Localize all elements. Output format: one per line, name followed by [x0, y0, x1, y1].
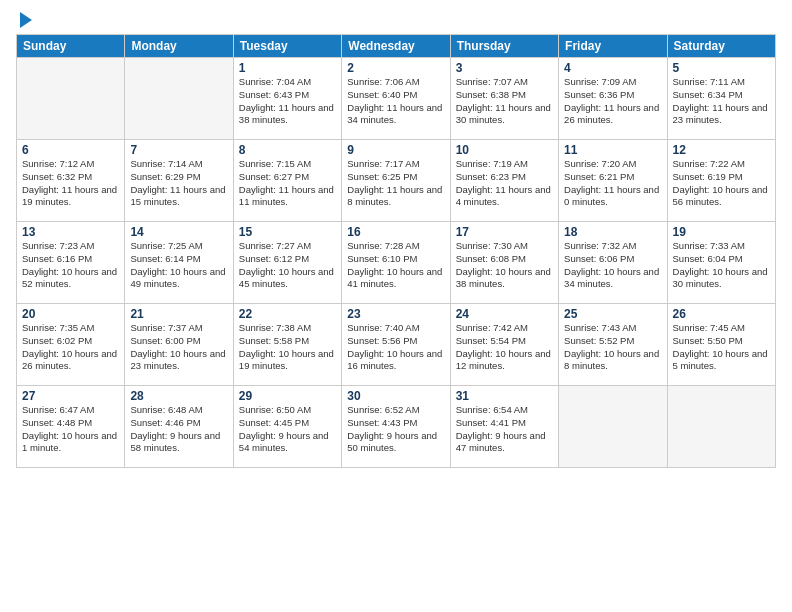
calendar-week-2: 6Sunrise: 7:12 AM Sunset: 6:32 PM Daylig… — [17, 140, 776, 222]
calendar-cell: 17Sunrise: 7:30 AM Sunset: 6:08 PM Dayli… — [450, 222, 558, 304]
day-number: 16 — [347, 225, 444, 239]
day-number: 22 — [239, 307, 336, 321]
header — [16, 12, 776, 26]
calendar-header-monday: Monday — [125, 35, 233, 58]
calendar-week-1: 1Sunrise: 7:04 AM Sunset: 6:43 PM Daylig… — [17, 58, 776, 140]
day-info: Sunrise: 7:20 AM Sunset: 6:21 PM Dayligh… — [564, 158, 661, 209]
day-number: 4 — [564, 61, 661, 75]
day-number: 14 — [130, 225, 227, 239]
calendar-header-saturday: Saturday — [667, 35, 775, 58]
calendar-cell: 22Sunrise: 7:38 AM Sunset: 5:58 PM Dayli… — [233, 304, 341, 386]
calendar-cell: 26Sunrise: 7:45 AM Sunset: 5:50 PM Dayli… — [667, 304, 775, 386]
day-number: 29 — [239, 389, 336, 403]
calendar-cell: 9Sunrise: 7:17 AM Sunset: 6:25 PM Daylig… — [342, 140, 450, 222]
calendar-cell: 1Sunrise: 7:04 AM Sunset: 6:43 PM Daylig… — [233, 58, 341, 140]
calendar-cell: 18Sunrise: 7:32 AM Sunset: 6:06 PM Dayli… — [559, 222, 667, 304]
day-number: 19 — [673, 225, 770, 239]
calendar-cell: 29Sunrise: 6:50 AM Sunset: 4:45 PM Dayli… — [233, 386, 341, 468]
day-info: Sunrise: 7:22 AM Sunset: 6:19 PM Dayligh… — [673, 158, 770, 209]
day-info: Sunrise: 7:30 AM Sunset: 6:08 PM Dayligh… — [456, 240, 553, 291]
calendar-cell: 16Sunrise: 7:28 AM Sunset: 6:10 PM Dayli… — [342, 222, 450, 304]
day-number: 21 — [130, 307, 227, 321]
calendar-cell: 12Sunrise: 7:22 AM Sunset: 6:19 PM Dayli… — [667, 140, 775, 222]
day-number: 12 — [673, 143, 770, 157]
day-info: Sunrise: 7:14 AM Sunset: 6:29 PM Dayligh… — [130, 158, 227, 209]
logo-arrow-icon — [20, 12, 32, 28]
day-number: 5 — [673, 61, 770, 75]
day-info: Sunrise: 7:15 AM Sunset: 6:27 PM Dayligh… — [239, 158, 336, 209]
calendar-week-4: 20Sunrise: 7:35 AM Sunset: 6:02 PM Dayli… — [17, 304, 776, 386]
calendar-cell: 15Sunrise: 7:27 AM Sunset: 6:12 PM Dayli… — [233, 222, 341, 304]
logo — [16, 12, 32, 26]
calendar-header-thursday: Thursday — [450, 35, 558, 58]
day-info: Sunrise: 7:07 AM Sunset: 6:38 PM Dayligh… — [456, 76, 553, 127]
calendar-header-sunday: Sunday — [17, 35, 125, 58]
calendar-cell: 6Sunrise: 7:12 AM Sunset: 6:32 PM Daylig… — [17, 140, 125, 222]
day-info: Sunrise: 7:38 AM Sunset: 5:58 PM Dayligh… — [239, 322, 336, 373]
day-info: Sunrise: 7:35 AM Sunset: 6:02 PM Dayligh… — [22, 322, 119, 373]
day-number: 9 — [347, 143, 444, 157]
day-info: Sunrise: 6:50 AM Sunset: 4:45 PM Dayligh… — [239, 404, 336, 455]
calendar-cell: 23Sunrise: 7:40 AM Sunset: 5:56 PM Dayli… — [342, 304, 450, 386]
day-info: Sunrise: 7:32 AM Sunset: 6:06 PM Dayligh… — [564, 240, 661, 291]
calendar-cell: 5Sunrise: 7:11 AM Sunset: 6:34 PM Daylig… — [667, 58, 775, 140]
calendar-table: SundayMondayTuesdayWednesdayThursdayFrid… — [16, 34, 776, 468]
day-number: 23 — [347, 307, 444, 321]
calendar-week-3: 13Sunrise: 7:23 AM Sunset: 6:16 PM Dayli… — [17, 222, 776, 304]
day-number: 6 — [22, 143, 119, 157]
day-number: 13 — [22, 225, 119, 239]
calendar-cell: 11Sunrise: 7:20 AM Sunset: 6:21 PM Dayli… — [559, 140, 667, 222]
calendar-cell: 19Sunrise: 7:33 AM Sunset: 6:04 PM Dayli… — [667, 222, 775, 304]
day-number: 3 — [456, 61, 553, 75]
calendar-header-friday: Friday — [559, 35, 667, 58]
day-info: Sunrise: 7:04 AM Sunset: 6:43 PM Dayligh… — [239, 76, 336, 127]
day-number: 25 — [564, 307, 661, 321]
day-number: 10 — [456, 143, 553, 157]
day-number: 8 — [239, 143, 336, 157]
calendar-cell — [125, 58, 233, 140]
day-info: Sunrise: 7:40 AM Sunset: 5:56 PM Dayligh… — [347, 322, 444, 373]
day-info: Sunrise: 7:11 AM Sunset: 6:34 PM Dayligh… — [673, 76, 770, 127]
calendar-cell: 2Sunrise: 7:06 AM Sunset: 6:40 PM Daylig… — [342, 58, 450, 140]
calendar-cell: 7Sunrise: 7:14 AM Sunset: 6:29 PM Daylig… — [125, 140, 233, 222]
day-info: Sunrise: 7:37 AM Sunset: 6:00 PM Dayligh… — [130, 322, 227, 373]
day-number: 30 — [347, 389, 444, 403]
day-info: Sunrise: 7:25 AM Sunset: 6:14 PM Dayligh… — [130, 240, 227, 291]
day-number: 18 — [564, 225, 661, 239]
calendar-cell: 4Sunrise: 7:09 AM Sunset: 6:36 PM Daylig… — [559, 58, 667, 140]
calendar-cell: 13Sunrise: 7:23 AM Sunset: 6:16 PM Dayli… — [17, 222, 125, 304]
day-info: Sunrise: 6:47 AM Sunset: 4:48 PM Dayligh… — [22, 404, 119, 455]
calendar-cell: 28Sunrise: 6:48 AM Sunset: 4:46 PM Dayli… — [125, 386, 233, 468]
day-number: 24 — [456, 307, 553, 321]
calendar-cell: 8Sunrise: 7:15 AM Sunset: 6:27 PM Daylig… — [233, 140, 341, 222]
day-number: 15 — [239, 225, 336, 239]
calendar-header-row: SundayMondayTuesdayWednesdayThursdayFrid… — [17, 35, 776, 58]
day-info: Sunrise: 7:09 AM Sunset: 6:36 PM Dayligh… — [564, 76, 661, 127]
calendar-cell: 31Sunrise: 6:54 AM Sunset: 4:41 PM Dayli… — [450, 386, 558, 468]
day-info: Sunrise: 7:12 AM Sunset: 6:32 PM Dayligh… — [22, 158, 119, 209]
day-info: Sunrise: 7:45 AM Sunset: 5:50 PM Dayligh… — [673, 322, 770, 373]
calendar-page: SundayMondayTuesdayWednesdayThursdayFrid… — [0, 0, 792, 612]
calendar-week-5: 27Sunrise: 6:47 AM Sunset: 4:48 PM Dayli… — [17, 386, 776, 468]
day-info: Sunrise: 7:19 AM Sunset: 6:23 PM Dayligh… — [456, 158, 553, 209]
day-info: Sunrise: 7:28 AM Sunset: 6:10 PM Dayligh… — [347, 240, 444, 291]
calendar-cell — [559, 386, 667, 468]
day-number: 1 — [239, 61, 336, 75]
day-info: Sunrise: 7:06 AM Sunset: 6:40 PM Dayligh… — [347, 76, 444, 127]
day-number: 7 — [130, 143, 227, 157]
calendar-cell: 25Sunrise: 7:43 AM Sunset: 5:52 PM Dayli… — [559, 304, 667, 386]
day-info: Sunrise: 7:23 AM Sunset: 6:16 PM Dayligh… — [22, 240, 119, 291]
day-number: 27 — [22, 389, 119, 403]
day-info: Sunrise: 7:27 AM Sunset: 6:12 PM Dayligh… — [239, 240, 336, 291]
calendar-cell: 10Sunrise: 7:19 AM Sunset: 6:23 PM Dayli… — [450, 140, 558, 222]
day-number: 20 — [22, 307, 119, 321]
calendar-cell: 20Sunrise: 7:35 AM Sunset: 6:02 PM Dayli… — [17, 304, 125, 386]
day-number: 31 — [456, 389, 553, 403]
calendar-cell: 21Sunrise: 7:37 AM Sunset: 6:00 PM Dayli… — [125, 304, 233, 386]
calendar-cell: 30Sunrise: 6:52 AM Sunset: 4:43 PM Dayli… — [342, 386, 450, 468]
calendar-header-wednesday: Wednesday — [342, 35, 450, 58]
calendar-cell: 24Sunrise: 7:42 AM Sunset: 5:54 PM Dayli… — [450, 304, 558, 386]
day-info: Sunrise: 7:43 AM Sunset: 5:52 PM Dayligh… — [564, 322, 661, 373]
calendar-header-tuesday: Tuesday — [233, 35, 341, 58]
calendar-cell — [667, 386, 775, 468]
